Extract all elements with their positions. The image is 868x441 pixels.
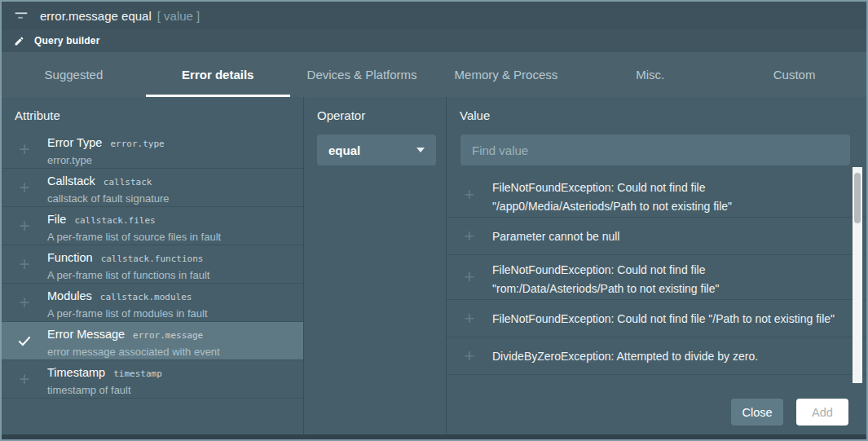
value-row[interactable]: + DivideByZeroException: Attempted to di…: [447, 337, 866, 375]
title-bar: error.message equal [ value ]: [2, 2, 866, 29]
value-row[interactable]: + FileNotFoundException: Could not find …: [447, 255, 866, 300]
operator-panel-header: Operator: [304, 97, 446, 130]
value-row[interactable]: + FileNotFoundException: Could not find …: [447, 300, 866, 337]
attribute-key: callstack: [104, 177, 152, 187]
attribute-title: Timestamp: [47, 366, 105, 379]
find-value-input[interactable]: [460, 135, 850, 165]
add-icon: +: [447, 255, 492, 299]
filter-icon: [12, 7, 30, 24]
attribute-title: Error Type: [47, 136, 102, 149]
attribute-panel: Attribute + Error Typeerror.type error.t…: [2, 97, 304, 434]
add-icon: +: [2, 207, 47, 245]
attribute-title: File: [47, 213, 66, 226]
bottom-strip: [2, 434, 866, 439]
add-icon: +: [2, 360, 47, 398]
attribute-row-error-message[interactable]: Error Messageerror.message error message…: [2, 322, 303, 360]
dialog-footer: Close Add: [447, 389, 866, 434]
tab-suggested[interactable]: Suggested: [2, 52, 146, 97]
attribute-description: error message associated with event: [47, 344, 303, 360]
attribute-title: Modules: [47, 289, 92, 302]
value-text: FileNotFoundException: Could not find fi…: [492, 311, 835, 326]
attribute-description: callstack of fault signature: [47, 191, 303, 207]
value-text-line1: FileNotFoundException: Could not find fi…: [492, 179, 732, 197]
value-text-line2: "/app0/Media/Asteriods/Path to not exist…: [492, 197, 732, 216]
add-icon: +: [447, 227, 492, 245]
value-panel: Value + FileNotFoundException: Could not…: [447, 97, 866, 434]
attribute-description: timestamp of fault: [47, 382, 303, 399]
attribute-row-timestamp[interactable]: + Timestamptimestamp timestamp of fault: [2, 360, 303, 399]
value-text: Parameter cannot be null: [492, 229, 619, 244]
add-icon: +: [2, 130, 47, 168]
tab-misc[interactable]: Misc.: [578, 52, 722, 97]
add-icon: +: [2, 169, 47, 206]
tab-memory-process[interactable]: Memory & Process: [434, 52, 578, 97]
operator-panel: Operator equal: [304, 97, 447, 434]
attribute-description: A per-frame list of modules in fault: [47, 306, 303, 322]
attribute-key: error.message: [133, 330, 203, 341]
value-text: DivideByZeroException: Attempted to divi…: [492, 349, 758, 364]
attribute-key: callstack.functions: [101, 254, 204, 264]
value-list-scrollbar[interactable]: [853, 167, 862, 383]
attribute-key: timestamp: [113, 368, 162, 379]
add-icon: +: [447, 173, 492, 217]
value-text-line2: "rom:/Data/Asteriods/Path to not existin…: [492, 280, 719, 298]
attribute-row-callstack[interactable]: + Callstackcallstack callstack of fault …: [2, 169, 303, 207]
attribute-key: callstack.files: [74, 215, 155, 226]
dialog-content: Attribute + Error Typeerror.type error.t…: [2, 97, 866, 434]
query-builder-bar: Query builder: [2, 29, 866, 52]
value-text-line1: FileNotFoundException: Could not find fi…: [492, 261, 719, 280]
attribute-key: error.type: [110, 139, 164, 149]
add-icon: +: [2, 284, 47, 321]
value-row[interactable]: + Parameter cannot be null: [447, 218, 866, 255]
value-row[interactable]: + FileNotFoundException: Could not find …: [447, 173, 866, 218]
operator-select[interactable]: equal: [317, 135, 436, 165]
scrollbar-thumb[interactable]: [854, 173, 861, 223]
attribute-description: A per-frame list of source files in faul…: [47, 229, 303, 245]
attribute-title: Callstack: [47, 174, 95, 187]
chevron-down-icon: [416, 148, 425, 152]
attribute-row-function[interactable]: + Functioncallstack.functions A per-fram…: [2, 245, 303, 284]
add-icon: +: [447, 347, 492, 365]
edit-pencil-icon: [14, 36, 24, 46]
tab-error-details[interactable]: Error details: [146, 52, 290, 97]
close-button[interactable]: Close: [731, 399, 783, 426]
add-button[interactable]: Add: [796, 399, 848, 426]
query-builder-label: Query builder: [34, 35, 100, 46]
category-tabs: Suggested Error details Devices & Platfo…: [2, 52, 866, 97]
tab-devices-platforms[interactable]: Devices & Platforms: [290, 52, 434, 97]
value-row[interactable]: + DivideByZeroException: Attempted to di…: [447, 375, 866, 389]
attribute-row-error-type[interactable]: + Error Typeerror.type error.type: [2, 130, 303, 169]
attribute-description: A per-frame list of functions in fault: [47, 267, 303, 284]
attribute-row-file[interactable]: + Filecallstack.files A per-frame list o…: [2, 207, 303, 245]
value-panel-header: Value: [447, 97, 866, 130]
attribute-key: callstack.modules: [100, 292, 192, 302]
filter-expression: error.message equal: [40, 9, 152, 23]
filter-value-placeholder: [ value ]: [157, 9, 200, 23]
operator-selected-value: equal: [328, 143, 360, 157]
attribute-row-modules[interactable]: + Modulescallstack.modules A per-frame l…: [2, 284, 303, 322]
tab-custom[interactable]: Custom: [722, 52, 866, 97]
attribute-description: error.type: [47, 152, 303, 169]
attribute-title: Function: [47, 251, 93, 264]
add-icon: +: [2, 245, 47, 283]
query-builder-dialog: error.message equal [ value ] Query buil…: [0, 0, 868, 441]
attribute-title: Error Message: [47, 328, 125, 341]
value-list: + FileNotFoundException: Could not find …: [447, 173, 866, 389]
check-icon: [2, 322, 47, 359]
add-icon: +: [447, 310, 492, 328]
attribute-panel-header: Attribute: [2, 97, 303, 130]
